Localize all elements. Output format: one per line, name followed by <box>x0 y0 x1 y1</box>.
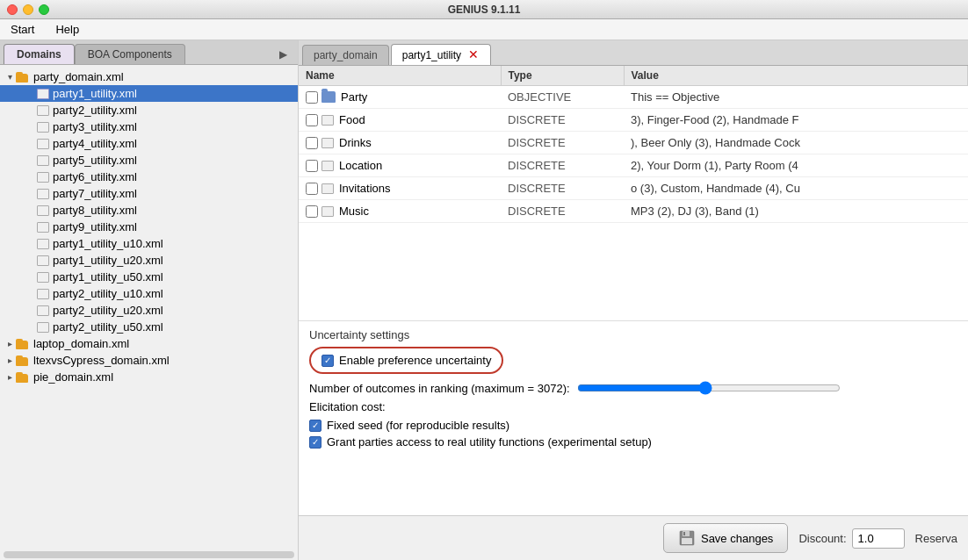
tree-item-party2-u20[interactable]: party2_utility_u20.xml <box>0 302 298 319</box>
cell-name: Drinks <box>299 132 501 154</box>
content-tab-bar: party_domain party1_utility ✕ <box>299 40 968 66</box>
cell-type: DISCRETE <box>501 154 624 177</box>
tree-item-ltex-domain[interactable]: ltexvsCypress_domain.xml <box>0 352 298 369</box>
svg-rect-3 <box>682 538 692 544</box>
tree-container[interactable]: party_domain.xml party1_utility.xml part… <box>0 65 298 549</box>
menu-start[interactable]: Start <box>7 21 38 38</box>
tab-party1-utility[interactable]: party1_utility ✕ <box>391 44 492 65</box>
tree-item-pie-domain[interactable]: pie_domain.xml <box>0 369 298 385</box>
cell-value: ), Beer Only (3), Handmade Cock <box>624 132 968 154</box>
folder-icon-party-domain <box>16 72 30 83</box>
row-name-text: Location <box>339 159 382 172</box>
discount-input[interactable] <box>852 528 905 549</box>
menu-help[interactable]: Help <box>52 21 83 38</box>
tree-item-party2-utility[interactable]: party2_utility.xml <box>0 102 298 118</box>
tree-label-party1-u10: party1_utility_u10.xml <box>53 237 163 250</box>
row-checkbox[interactable] <box>306 183 318 195</box>
tree-item-party1-u20[interactable]: party1_utility_u20.xml <box>0 252 298 269</box>
elicitation-label: Elicitation cost: <box>309 400 957 413</box>
tree-item-party4-utility[interactable]: party4_utility.xml <box>0 135 298 152</box>
file-icon <box>37 255 49 266</box>
tree-item-party1-u50[interactable]: party1_utility_u50.xml <box>0 269 298 285</box>
row-checkbox[interactable] <box>306 160 318 172</box>
close-button[interactable] <box>7 4 18 15</box>
cell-value: 3), Finger-Food (2), Handmade F <box>624 109 968 132</box>
file-icon <box>37 222 49 233</box>
grant-parties-item: ✓ Grant parties access to real utility f… <box>309 435 957 449</box>
folder-icon-pie <box>16 372 30 383</box>
folder-icon-laptop <box>16 339 30 349</box>
tree-item-party7-utility[interactable]: party7_utility.xml <box>0 185 298 202</box>
tab-domains[interactable]: Domains <box>4 44 75 64</box>
discount-field: Discount: <box>798 528 904 549</box>
grant-parties-label: Grant parties access to real utility fun… <box>327 435 652 449</box>
tree-label-party8-utility: party8_utility.xml <box>53 204 137 217</box>
minimize-button[interactable] <box>23 4 33 15</box>
tree-item-laptop-domain[interactable]: laptop_domain.xml <box>0 335 298 352</box>
tree-item-party-domain[interactable]: party_domain.xml <box>0 68 298 85</box>
maximize-button[interactable] <box>39 4 49 15</box>
cell-type: DISCRETE <box>501 177 624 200</box>
tree-arrow-laptop[interactable] <box>4 338 16 350</box>
row-checkbox[interactable] <box>306 114 318 126</box>
tree-item-party5-utility[interactable]: party5_utility.xml <box>0 152 298 169</box>
row-checkbox[interactable] <box>306 137 318 149</box>
cell-value: This == Objective <box>624 86 968 109</box>
tree-label-party1-utility: party1_utility.xml <box>53 87 137 100</box>
tree-label-party2-u10: party2_utility_u10.xml <box>53 287 163 300</box>
file-icon <box>37 105 49 116</box>
enable-uncertainty-label: Enable preference uncertainty <box>339 354 491 367</box>
tree-arrow-party-domain[interactable] <box>4 71 16 83</box>
tab-boa-components[interactable]: BOA Components <box>75 44 185 64</box>
tree-item-party2-u10[interactable]: party2_utility_u10.xml <box>0 285 298 302</box>
cell-name: Location <box>299 154 501 177</box>
sidebar-expand-arrow[interactable]: ▶ <box>272 45 294 64</box>
cell-value: o (3), Custom, Handmade (4), Cu <box>624 177 968 200</box>
enable-uncertainty-checkbox[interactable]: ✓ <box>321 355 334 367</box>
table-row: MusicDISCRETEMP3 (2), DJ (3), Band (1) <box>299 200 968 223</box>
traffic-lights <box>7 4 49 15</box>
bottom-bar: Save changes Discount: Reserva <box>299 515 968 560</box>
file-icon <box>37 239 49 249</box>
tree-item-party8-utility[interactable]: party8_utility.xml <box>0 202 298 219</box>
outcomes-row: Number of outcomes in ranking (maximum =… <box>309 381 957 395</box>
col-value: Value <box>624 66 968 86</box>
sidebar-scrollbar[interactable] <box>4 551 294 558</box>
tree-item-party1-utility[interactable]: party1_utility.xml <box>0 85 298 102</box>
row-checkbox[interactable] <box>306 205 318 218</box>
tree-label-ltex: ltexvsCypress_domain.xml <box>33 354 170 367</box>
row-checkbox[interactable] <box>306 91 318 104</box>
col-type: Type <box>501 66 624 86</box>
row-name-text: Invitations <box>339 182 391 195</box>
file-icon <box>37 205 49 216</box>
outcomes-slider[interactable] <box>577 381 841 395</box>
tree-item-party3-utility[interactable]: party3_utility.xml <box>0 118 298 135</box>
title-bar: GENIUS 9.1.11 <box>0 0 968 19</box>
tree-arrow-ltex[interactable] <box>4 355 16 367</box>
tab-party-domain[interactable]: party_domain <box>302 45 389 65</box>
fixed-seed-label: Fixed seed (for reproducible results) <box>327 419 509 432</box>
tree-item-party1-u10[interactable]: party1_utility_u10.xml <box>0 235 298 252</box>
row-name-text: Party <box>341 90 367 104</box>
fixed-seed-checkbox[interactable]: ✓ <box>309 420 321 432</box>
save-changes-button[interactable]: Save changes <box>663 523 788 553</box>
row-name-text: Food <box>339 113 365 126</box>
grant-parties-checkbox[interactable]: ✓ <box>309 436 321 449</box>
tree-item-party6-utility[interactable]: party6_utility.xml <box>0 169 298 185</box>
tree-arrow-pie[interactable] <box>4 371 16 384</box>
cell-value: 2), Your Dorm (1), Party Room (4 <box>624 154 968 177</box>
tree-item-party2-u50[interactable]: party2_utility_u50.xml <box>0 319 298 335</box>
tree-label-pie: pie_domain.xml <box>33 370 113 384</box>
tree-item-party9-utility[interactable]: party9_utility.xml <box>0 219 298 235</box>
table-row: DrinksDISCRETE), Beer Only (3), Handmade… <box>299 132 968 154</box>
tree-label-party2-u50: party2_utility_u50.xml <box>53 320 163 334</box>
cell-type: DISCRETE <box>501 132 624 154</box>
tab-close-icon[interactable]: ✕ <box>467 48 480 61</box>
table-row: FoodDISCRETE3), Finger-Food (2), Handmad… <box>299 109 968 132</box>
row-folder-icon <box>321 91 336 103</box>
svg-rect-2 <box>683 532 685 535</box>
row-file-icon <box>321 161 334 171</box>
uncertainty-section-title: Uncertainty settings <box>309 328 957 341</box>
save-label: Save changes <box>701 532 773 545</box>
tree-label-party9-utility: party9_utility.xml <box>53 220 137 233</box>
